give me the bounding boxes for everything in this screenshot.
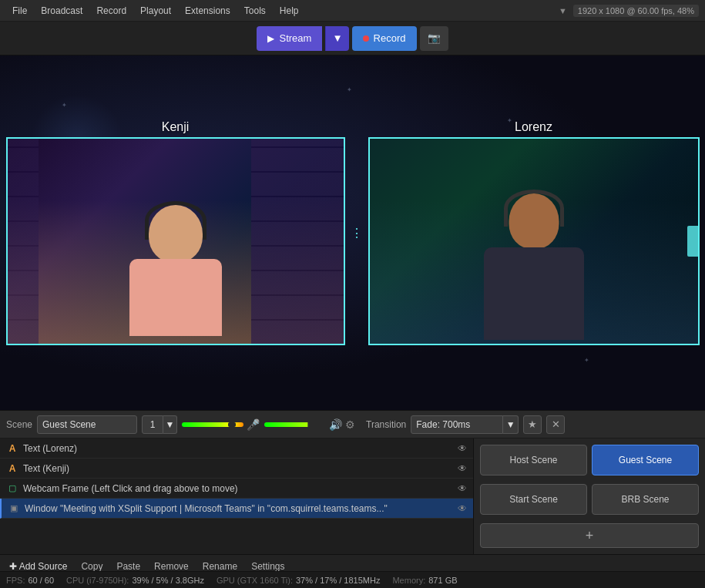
- source-item-text-kenji[interactable]: A Text (Kenji) 👁: [0, 459, 473, 479]
- webcam-kenji-wrapper: Kenji: [6, 120, 345, 345]
- webcam-container: Kenji ⋮ Lorenz: [6, 120, 700, 345]
- person-lorenz: [457, 182, 611, 344]
- body-kenji: [129, 259, 222, 336]
- menu-broadcast[interactable]: Broadcast: [35, 4, 89, 18]
- gpu-status: GPU (GTX 1660 Ti): 37% / 17% / 1815MHz: [217, 576, 380, 585]
- chevron-down-icon: ▼: [332, 32, 342, 44]
- menu-extensions[interactable]: Extensions: [179, 4, 237, 18]
- menu-tools[interactable]: Tools: [238, 4, 272, 18]
- stream-icon: ▶: [267, 33, 274, 44]
- cpu-value: 39% / 5% / 3.8GHz: [132, 576, 204, 585]
- close-transition-button[interactable]: ✕: [546, 415, 565, 434]
- sources-list: A Text (Lorenz) 👁 A Text (Kenji) 👁 ▢ Web…: [0, 438, 474, 554]
- menu-file[interactable]: File: [6, 4, 33, 18]
- menu-items: File Broadcast Record Playout Extensions…: [6, 4, 305, 18]
- bg-shelves-kenji: [251, 139, 344, 344]
- scene-number-arrow[interactable]: ▼: [163, 415, 177, 434]
- memory-label: Memory:: [392, 576, 425, 585]
- preview-area: ✦ ✧ ✦ ✧ ✦ ✦ Kenji: [0, 55, 705, 410]
- cam-lorenz-content: [370, 139, 698, 344]
- fps-label: FPS:: [6, 576, 25, 585]
- menu-right: ▼ 1920 x 1080 @ 60.00 fps, 48%: [559, 5, 699, 17]
- menu-playout[interactable]: Playout: [134, 4, 177, 18]
- add-scene-button[interactable]: +: [480, 523, 699, 548]
- scene-number-display: 1: [142, 415, 163, 434]
- bg-shelves-left-kenji: [8, 139, 39, 344]
- add-source-icon: ✚: [9, 561, 17, 572]
- audio-speaker-bar[interactable]: [264, 422, 326, 427]
- cam-kenji-content: [8, 139, 344, 344]
- sparkle-5: ✦: [584, 357, 589, 364]
- fps-status: FPS: 60 / 60: [6, 576, 54, 585]
- record-label: Record: [374, 32, 406, 44]
- sources-area: A Text (Lorenz) 👁 A Text (Kenji) 👁 ▢ Web…: [0, 438, 705, 554]
- minimize-icon[interactable]: ▼: [559, 6, 567, 15]
- webcam-lorenz[interactable]: [368, 137, 700, 345]
- status-bar: FPS: 60 / 60 CPU (i7-9750H): 39% / 5% / …: [0, 571, 705, 588]
- source-name-webcam-frame: Webcam Frame (Left Click and drag above …: [23, 483, 453, 494]
- add-source-label: Add Source: [19, 561, 68, 572]
- source-name-window: Window "Meeting with XSplit Support | Mi…: [25, 503, 453, 514]
- record-button[interactable]: Record: [352, 26, 417, 51]
- bottom-panel: Scene 1 ▼ 🎤 🔊 ⚙ Transition ▼ ★ ✕ A: [0, 410, 705, 588]
- audio-mic-bar[interactable]: [182, 422, 243, 427]
- resize-handle[interactable]: ⋮: [353, 226, 361, 240]
- window-icon: ▣: [8, 503, 20, 513]
- record-dot-icon: [363, 32, 369, 44]
- fps-value: 60 / 60: [28, 576, 54, 585]
- scene-name-input[interactable]: [37, 415, 137, 434]
- cam2-label: Lorenz: [368, 120, 700, 134]
- text-icon-lorenz: A: [6, 443, 18, 454]
- source-visible-webcam[interactable]: 👁: [458, 483, 467, 494]
- cam1-label: Kenji: [6, 120, 345, 134]
- sparkle-6: ✦: [347, 86, 352, 93]
- webcam-frame-icon: ▢: [6, 483, 18, 493]
- scene-label: Scene: [6, 419, 32, 430]
- resize-handle-right[interactable]: [687, 226, 698, 257]
- brb-scene-button[interactable]: BRB Scene: [592, 484, 699, 515]
- person-kenji: [99, 190, 253, 344]
- transition-label: Transition: [366, 419, 406, 430]
- body-lorenz: [484, 247, 584, 340]
- memory-value: 871 GB: [428, 576, 457, 585]
- mic-icon[interactable]: 🎤: [247, 418, 260, 431]
- resolution-display: 1920 x 1080 @ 60.00 fps, 48%: [573, 5, 699, 17]
- scenes-panel: Host Scene Guest Scene Start Scene BRB S…: [474, 438, 705, 554]
- source-visible-kenji[interactable]: 👁: [458, 463, 467, 474]
- webcam-kenji[interactable]: [6, 137, 345, 345]
- start-scene-button[interactable]: Start Scene: [480, 484, 587, 515]
- stream-label: Stream: [279, 32, 311, 44]
- gpu-value: 37% / 17% / 1815MHz: [296, 576, 380, 585]
- cpu-label: CPU (i7-9750H):: [66, 576, 129, 585]
- source-item-webcam-frame[interactable]: ▢ Webcam Frame (Left Click and drag abov…: [0, 479, 473, 499]
- sparkle-1: ✦: [62, 102, 67, 109]
- stream-button[interactable]: ▶ Stream: [257, 26, 322, 51]
- menu-bar: File Broadcast Record Playout Extensions…: [0, 0, 705, 22]
- guest-scene-button[interactable]: Guest Scene: [592, 445, 699, 475]
- host-scene-button[interactable]: Host Scene: [480, 445, 587, 475]
- source-visible-lorenz[interactable]: 👁: [458, 443, 467, 454]
- source-item-window[interactable]: ▣ Window "Meeting with XSplit Support | …: [0, 499, 473, 519]
- head-kenji: [149, 205, 203, 263]
- camera-icon: 📷: [428, 32, 441, 44]
- transition-dropdown-arrow[interactable]: ▼: [503, 415, 519, 434]
- gpu-label: GPU (GTX 1660 Ti):: [217, 576, 293, 585]
- eq-settings-icon[interactable]: ⚙: [345, 418, 355, 431]
- screenshot-button[interactable]: 📷: [420, 26, 448, 51]
- stream-dropdown-button[interactable]: ▼: [325, 26, 348, 51]
- controls-row: Scene 1 ▼ 🎤 🔊 ⚙ Transition ▼ ★ ✕: [0, 411, 705, 438]
- memory-status: Memory: 871 GB: [392, 576, 457, 585]
- source-visible-window[interactable]: 👁: [458, 503, 467, 514]
- source-item-text-lorenz[interactable]: A Text (Lorenz) 👁: [0, 438, 473, 459]
- transition-value-input[interactable]: [411, 415, 503, 434]
- source-name-text-lorenz: Text (Lorenz): [23, 443, 453, 454]
- menu-record[interactable]: Record: [90, 4, 133, 18]
- head-lorenz: [509, 193, 559, 249]
- favorite-button[interactable]: ★: [523, 415, 542, 434]
- webcam-lorenz-wrapper: Lorenz: [368, 120, 700, 345]
- cpu-status: CPU (i7-9750H): 39% / 5% / 3.8GHz: [66, 576, 204, 585]
- audio-speaker-container: 🔊 ⚙: [264, 418, 355, 431]
- text-icon-kenji: A: [6, 463, 18, 474]
- speaker-icon[interactable]: 🔊: [329, 418, 342, 431]
- menu-help[interactable]: Help: [274, 4, 305, 18]
